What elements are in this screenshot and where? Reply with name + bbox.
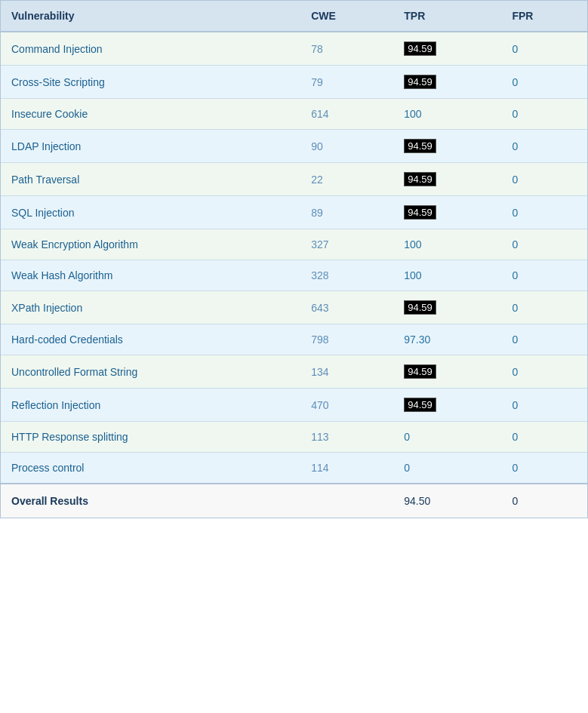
cell-tpr: 97.30 (393, 324, 501, 355)
cell-vulnerability: Uncontrolled Format String (1, 355, 300, 389)
cell-fpr: 0 (501, 260, 587, 291)
tpr-value: 0 (404, 462, 410, 474)
cell-fpr: 0 (501, 355, 587, 389)
table-row: Hard-coded Credentials79897.300 (1, 324, 587, 355)
cell-fpr: 0 (501, 229, 587, 260)
overall-cwe (300, 484, 393, 518)
cell-fpr: 0 (501, 389, 587, 422)
cell-tpr: 0 (393, 453, 501, 484)
cell-vulnerability: Weak Hash Algorithm (1, 260, 300, 291)
cell-vulnerability: Cross-Site Scripting (1, 66, 300, 99)
overall-fpr: 0 (501, 484, 587, 518)
overall-results-row: Overall Results 94.50 0 (1, 484, 587, 518)
cell-fpr: 0 (501, 453, 587, 484)
tpr-value: 94.59 (404, 41, 436, 56)
cell-vulnerability: Hard-coded Credentials (1, 324, 300, 355)
cell-cwe: 470 (300, 389, 393, 422)
table-row: Reflection Injection47094.590 (1, 389, 587, 422)
table-header-row: Vulnerability CWE TPR FPR (1, 1, 587, 32)
cell-fpr: 0 (501, 66, 587, 99)
table-row: Uncontrolled Format String13494.590 (1, 355, 587, 389)
cell-tpr: 94.59 (393, 32, 501, 66)
tpr-value: 94.59 (404, 300, 436, 315)
cell-tpr: 100 (393, 99, 501, 130)
cell-cwe: 614 (300, 99, 393, 130)
cell-cwe: 22 (300, 163, 393, 196)
cell-cwe: 90 (300, 130, 393, 163)
table-row: Weak Hash Algorithm3281000 (1, 260, 587, 291)
cell-vulnerability: Path Traversal (1, 163, 300, 196)
cell-tpr: 100 (393, 260, 501, 291)
table-row: Command Injection7894.590 (1, 32, 587, 66)
cell-cwe: 327 (300, 229, 393, 260)
cell-tpr: 94.59 (393, 130, 501, 163)
cell-fpr: 0 (501, 130, 587, 163)
cell-tpr: 94.59 (393, 291, 501, 324)
cell-cwe: 114 (300, 453, 393, 484)
cell-vulnerability: Weak Encryption Algorithm (1, 229, 300, 260)
table-row: Insecure Cookie6141000 (1, 99, 587, 130)
header-fpr: FPR (501, 1, 587, 32)
tpr-value: 94.59 (404, 398, 436, 412)
table-row: LDAP Injection9094.590 (1, 130, 587, 163)
cell-vulnerability: HTTP Response splitting (1, 422, 300, 453)
tpr-value: 94.59 (404, 139, 436, 153)
cell-cwe: 798 (300, 324, 393, 355)
cell-cwe: 79 (300, 66, 393, 99)
cell-vulnerability: XPath Injection (1, 291, 300, 324)
cell-tpr: 94.59 (393, 163, 501, 196)
header-cwe: CWE (300, 1, 393, 32)
cell-tpr: 0 (393, 422, 501, 453)
cell-tpr: 94.59 (393, 389, 501, 422)
cell-fpr: 0 (501, 422, 587, 453)
cell-fpr: 0 (501, 196, 587, 229)
cell-cwe: 89 (300, 196, 393, 229)
cell-tpr: 100 (393, 229, 501, 260)
cell-fpr: 0 (501, 32, 587, 66)
tpr-value: 100 (404, 238, 421, 250)
cell-vulnerability: Command Injection (1, 32, 300, 66)
tpr-value: 94.59 (404, 172, 436, 186)
cell-cwe: 78 (300, 32, 393, 66)
cell-vulnerability: Process control (1, 453, 300, 484)
table-row: Cross-Site Scripting7994.590 (1, 66, 587, 99)
tpr-value: 94.59 (404, 205, 436, 220)
cell-vulnerability: Reflection Injection (1, 389, 300, 422)
tpr-value: 94.59 (404, 364, 436, 379)
cell-fpr: 0 (501, 291, 587, 324)
tpr-value: 100 (404, 108, 421, 120)
cell-tpr: 94.59 (393, 66, 501, 99)
cell-vulnerability: SQL Injection (1, 196, 300, 229)
cell-cwe: 113 (300, 422, 393, 453)
overall-label: Overall Results (1, 484, 300, 518)
overall-tpr: 94.50 (393, 484, 501, 518)
cell-tpr: 94.59 (393, 196, 501, 229)
tpr-value: 97.30 (404, 333, 430, 346)
cell-fpr: 0 (501, 99, 587, 130)
vulnerability-table: Vulnerability CWE TPR FPR Command Inject… (0, 0, 588, 518)
cell-cwe: 134 (300, 355, 393, 389)
table-row: Path Traversal2294.590 (1, 163, 587, 196)
cell-tpr: 94.59 (393, 355, 501, 389)
tpr-value: 94.59 (404, 75, 436, 89)
table-row: Process control11400 (1, 453, 587, 484)
cell-cwe: 328 (300, 260, 393, 291)
cell-cwe: 643 (300, 291, 393, 324)
tpr-value: 100 (404, 269, 421, 281)
cell-fpr: 0 (501, 324, 587, 355)
cell-fpr: 0 (501, 163, 587, 196)
table-row: HTTP Response splitting11300 (1, 422, 587, 453)
tpr-value: 0 (404, 431, 410, 443)
table-row: XPath Injection64394.590 (1, 291, 587, 324)
cell-vulnerability: Insecure Cookie (1, 99, 300, 130)
header-vulnerability: Vulnerability (1, 1, 300, 32)
table-row: SQL Injection8994.590 (1, 196, 587, 229)
cell-vulnerability: LDAP Injection (1, 130, 300, 163)
header-tpr: TPR (393, 1, 501, 32)
table-row: Weak Encryption Algorithm3271000 (1, 229, 587, 260)
